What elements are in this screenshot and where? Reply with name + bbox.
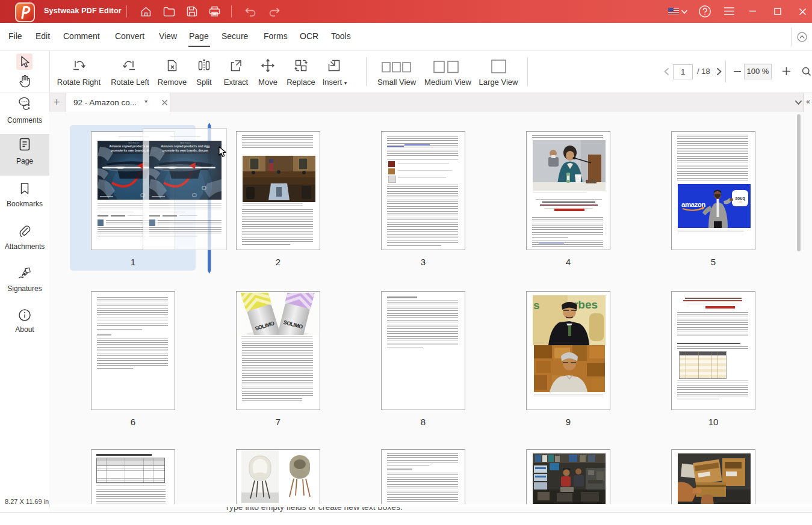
svg-text:TECH POLICY: TECH POLICY xyxy=(128,142,140,144)
svg-text:TECH POLICY: TECH POLICY xyxy=(180,142,191,144)
svg-text:.com: .com xyxy=(738,201,742,203)
svg-text:promote its own brands, docum: promote its own brands, docum xyxy=(163,149,208,152)
svg-text:s: s xyxy=(533,299,540,312)
svg-text:rbes: rbes xyxy=(574,298,598,311)
svg-text:Amazon copied products and rig: Amazon copied products and rigg xyxy=(161,144,210,148)
svg-text:souq: souq xyxy=(735,196,745,201)
